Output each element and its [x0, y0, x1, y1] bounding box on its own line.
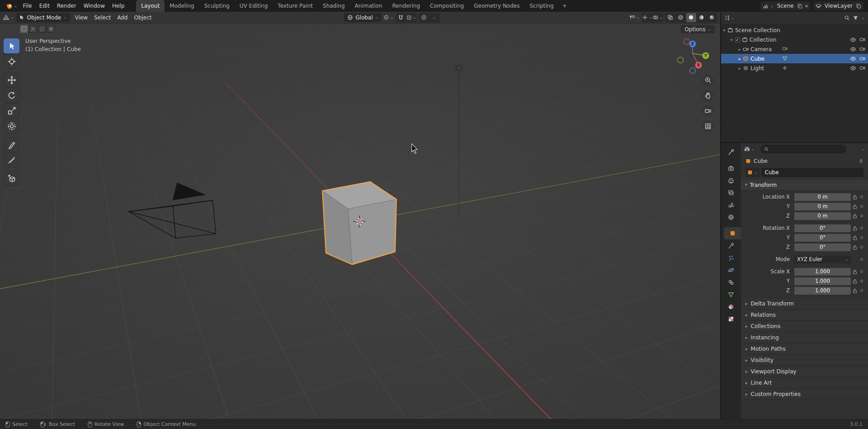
- tool-transform[interactable]: [4, 119, 19, 133]
- scale-x-field[interactable]: 1.000: [794, 268, 851, 276]
- outliner-row-collection[interactable]: ▾ ✓ Collection: [721, 35, 868, 44]
- toggle-ortho-button[interactable]: [702, 120, 714, 132]
- menu-view[interactable]: View: [72, 14, 91, 21]
- panel-relations[interactable]: ▸ Relations: [741, 310, 868, 321]
- hide-eye-icon[interactable]: [850, 56, 856, 62]
- animate-dot[interactable]: [859, 258, 864, 261]
- tab-tool[interactable]: [721, 146, 741, 158]
- menu-file[interactable]: File: [19, 3, 36, 9]
- menu-edit[interactable]: Edit: [36, 3, 53, 9]
- menu-help[interactable]: Help: [108, 3, 128, 9]
- tab-view-layer[interactable]: [721, 186, 741, 199]
- lock-icon[interactable]: [851, 214, 859, 219]
- snap-toggle[interactable]: [396, 13, 406, 22]
- options-button[interactable]: Options ⌄: [681, 25, 715, 33]
- snap-target-dropdown[interactable]: ⌄: [406, 13, 416, 22]
- shading-solid-button[interactable]: [686, 13, 696, 22]
- tab-output[interactable]: [721, 174, 741, 186]
- caret-right-icon[interactable]: ▸: [736, 47, 743, 52]
- tab-particles[interactable]: [721, 252, 741, 264]
- select-mode-extend[interactable]: [29, 25, 37, 33]
- tab-object-data[interactable]: [721, 288, 741, 300]
- tab-sculpting[interactable]: Sculpting: [199, 0, 235, 12]
- tool-select-box[interactable]: [4, 38, 19, 53]
- tab-modifiers[interactable]: [721, 239, 741, 252]
- panel-delta-transform[interactable]: ▸ Delta Transform: [741, 298, 868, 310]
- caret-down-icon[interactable]: ▾: [721, 28, 727, 33]
- gizmos-toggle[interactable]: ⌄: [642, 13, 652, 22]
- tab-scripting[interactable]: Scripting: [524, 0, 558, 12]
- tool-annotate[interactable]: [4, 137, 19, 152]
- chevron-down-icon[interactable]: ⌄: [861, 16, 865, 20]
- tab-object[interactable]: [724, 227, 741, 239]
- tab-texture-paint[interactable]: Texture Paint: [273, 0, 317, 12]
- lock-icon[interactable]: [851, 245, 859, 250]
- caret-down-icon[interactable]: ▾: [728, 38, 735, 42]
- caret-right-icon[interactable]: ▸: [736, 57, 743, 61]
- panel-viewport-display[interactable]: ▸ Viewport Display: [741, 366, 868, 377]
- tab-animation[interactable]: Animation: [350, 0, 387, 12]
- gizmo-neg-z[interactable]: [690, 67, 696, 73]
- light-object[interactable]: [453, 62, 464, 73]
- object-name-input[interactable]: [761, 168, 863, 177]
- hide-eye-icon[interactable]: [850, 47, 856, 52]
- tab-world[interactable]: [721, 211, 741, 223]
- scale-y-field[interactable]: 1.000: [794, 277, 851, 285]
- hide-eye-icon[interactable]: [850, 66, 856, 71]
- pan-hand-button[interactable]: [702, 90, 714, 101]
- tab-render[interactable]: [721, 162, 741, 174]
- panel-custom-properties[interactable]: ▸ Custom Properties: [741, 389, 868, 400]
- outliner-item-label[interactable]: Scene Collection: [735, 27, 780, 33]
- properties-search-input[interactable]: [771, 146, 843, 152]
- render-camera-icon[interactable]: [859, 66, 865, 71]
- animate-dot[interactable]: [859, 227, 864, 229]
- outliner-item-label[interactable]: Cube: [750, 56, 764, 62]
- animate-dot[interactable]: [859, 236, 864, 239]
- xray-toggle[interactable]: [665, 13, 675, 22]
- panel-visibility[interactable]: ▸ Visibility: [741, 355, 868, 366]
- outliner-item-label[interactable]: Camera: [750, 46, 772, 52]
- panel-collections[interactable]: ▸ Collections: [741, 321, 868, 332]
- panel-instancing[interactable]: ▸ Instancing: [741, 332, 868, 343]
- gizmo-neg-y[interactable]: [678, 57, 684, 63]
- render-camera-icon[interactable]: [859, 47, 865, 52]
- view-layer-selector[interactable]: ViewLayer: [813, 1, 863, 10]
- caret-right-icon[interactable]: ▸: [736, 66, 743, 71]
- tab-geometry-nodes[interactable]: Geometry Nodes: [469, 0, 524, 12]
- proportional-falloff-dropdown[interactable]: ⌄: [429, 13, 439, 22]
- tab-physics[interactable]: [721, 264, 741, 276]
- shading-rendered-button[interactable]: [707, 13, 717, 22]
- rotation-x-field[interactable]: 0°: [794, 224, 851, 232]
- outliner-row-cube[interactable]: ▸ Cube: [721, 54, 868, 63]
- hide-eye-icon[interactable]: [850, 37, 856, 43]
- select-mode-invert[interactable]: [47, 25, 55, 33]
- pin-icon[interactable]: [859, 159, 863, 164]
- add-workspace-button[interactable]: +: [559, 0, 571, 12]
- animate-dot[interactable]: [859, 205, 864, 208]
- outliner-item-label[interactable]: Light: [750, 65, 764, 72]
- menu-select[interactable]: Select: [91, 14, 114, 21]
- tool-move[interactable]: [4, 72, 19, 87]
- location-x-field[interactable]: 0 m: [794, 193, 851, 201]
- tool-rotate[interactable]: [4, 88, 19, 103]
- select-mode-subtract[interactable]: [38, 25, 46, 33]
- menu-render[interactable]: Render: [53, 3, 80, 9]
- transform-orientation-dropdown[interactable]: Global ⌄: [344, 13, 382, 22]
- location-z-field[interactable]: 0 m: [794, 212, 851, 220]
- animate-dot[interactable]: [859, 270, 864, 273]
- collection-exclude-checkbox[interactable]: ✓: [735, 37, 740, 43]
- cube-object[interactable]: [322, 182, 396, 265]
- outliner-row-light[interactable]: ▸ Light: [721, 63, 868, 73]
- lock-icon[interactable]: [851, 204, 859, 209]
- mode-dropdown[interactable]: Object Mode ⌄: [16, 13, 70, 22]
- tab-constraints[interactable]: [721, 276, 741, 288]
- location-y-field[interactable]: 0 m: [794, 203, 851, 210]
- tab-layout[interactable]: Layout: [136, 0, 165, 12]
- tab-material[interactable]: [721, 300, 741, 313]
- menu-object[interactable]: Object: [131, 14, 155, 21]
- animate-dot[interactable]: [859, 280, 864, 282]
- camera-view-button[interactable]: [702, 105, 714, 117]
- tab-uv-editing[interactable]: UV Editing: [235, 0, 273, 12]
- outliner-item-label[interactable]: Collection: [750, 37, 776, 43]
- pivot-point-dropdown[interactable]: ⌄: [383, 13, 394, 22]
